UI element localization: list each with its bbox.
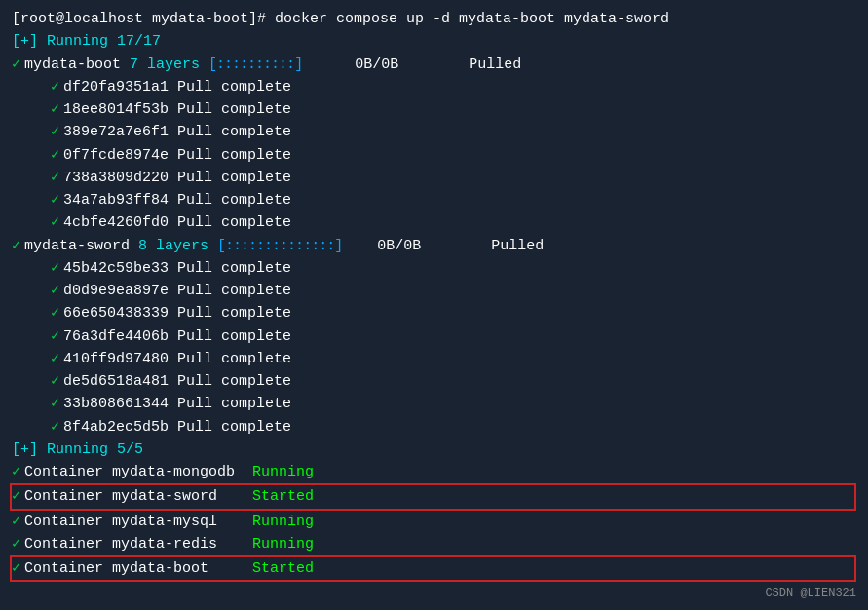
- boot-layer-1: ✓df20fa9351a1 Pull complete: [12, 76, 856, 98]
- prompt: [root@localhost mydata-boot]#: [12, 8, 266, 30]
- sword-layer-8: ✓8f4ab2ec5d5b Pull complete: [12, 416, 856, 438]
- boot-layer-5: ✓738a3809d220 Pull complete: [12, 167, 856, 189]
- boot-layer-3: ✓389e72a7e6f1 Pull complete: [12, 121, 856, 143]
- terminal: [root@localhost mydata-boot]# docker com…: [0, 0, 868, 610]
- container-mongodb: ✓ Container mydata-mongodb Running: [12, 461, 856, 483]
- container-sword-highlighted: ✓ Container mydata-sword Started: [10, 483, 856, 510]
- boot-layer-7: ✓4cbfe4260fd0 Pull complete: [12, 211, 856, 234]
- command-line: [root@localhost mydata-boot]# docker com…: [12, 8, 856, 30]
- watermark: CSDN @LIEN321: [765, 587, 856, 600]
- sword-layer-4: ✓76a3dfe4406b Pull complete: [12, 325, 856, 348]
- sword-layer-6: ✓de5d6518a481 Pull complete: [12, 370, 856, 393]
- sword-layer-1: ✓45b42c59be33 Pull complete: [12, 257, 856, 280]
- sword-layer-3: ✓66e650438339 Pull complete: [12, 302, 856, 324]
- command: docker compose up -d mydata-boot mydata-…: [266, 8, 669, 30]
- boot-layer-2: ✓18ee8014f53b Pull complete: [12, 98, 856, 121]
- sword-service-line: ✓ mydata-sword 8 layers [::::::::::::::]…: [12, 235, 856, 257]
- check-icon: ✓: [12, 235, 20, 257]
- container-mysql: ✓ Container mydata-mysql Running: [12, 511, 856, 533]
- sword-layer-2: ✓d0d9e9ea897e Pull complete: [12, 280, 856, 302]
- boot-layer-4: ✓0f7fcde8974e Pull complete: [12, 144, 856, 167]
- running-footer: [+] Running 5/5: [12, 438, 856, 461]
- running-header: [+] Running 17/17: [12, 30, 856, 53]
- boot-layer-6: ✓34a7ab93ff84 Pull complete: [12, 189, 856, 211]
- container-boot-highlighted: ✓ Container mydata-boot Started: [10, 555, 856, 582]
- container-redis: ✓ Container mydata-redis Running: [12, 533, 856, 555]
- boot-service-line: ✓ mydata-boot 7 layers [::::::::::] 0B/0…: [12, 54, 856, 76]
- sword-layer-5: ✓410ff9d97480 Pull complete: [12, 348, 856, 370]
- check-icon: ✓: [12, 54, 20, 76]
- sword-layer-7: ✓33b808661344 Pull complete: [12, 393, 856, 415]
